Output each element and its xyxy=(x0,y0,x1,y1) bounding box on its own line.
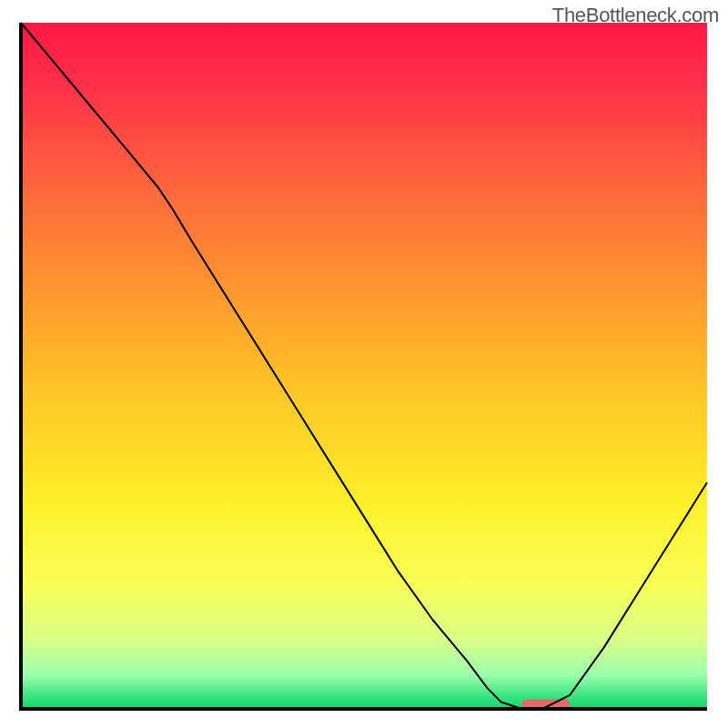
bottleneck-chart: TheBottleneck.com xyxy=(0,0,728,728)
watermark-text: TheBottleneck.com xyxy=(552,4,719,27)
chart-svg xyxy=(0,0,728,728)
gradient-background xyxy=(21,23,707,709)
